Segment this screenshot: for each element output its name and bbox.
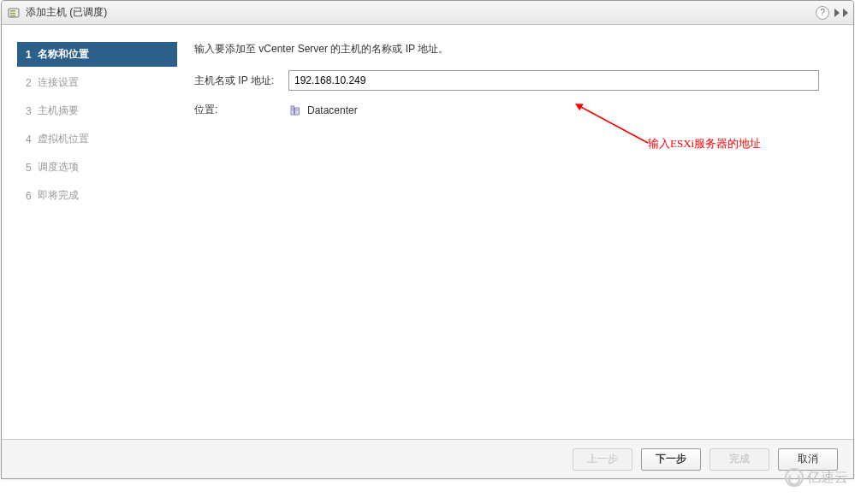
add-host-dialog: 添加主机 (已调度) ? 1 名称和位置 2 连接设置 3 主机摘要 4 虚拟机…	[1, 0, 854, 479]
svg-rect-3	[10, 15, 15, 17]
hostname-label: 主机名或 IP 地址:	[194, 74, 288, 88]
instruction-text: 输入要添加至 vCenter Server 的主机的名称或 IP 地址。	[194, 42, 836, 56]
step-label: 即将完成	[38, 188, 79, 203]
wizard-content: 输入要添加至 vCenter Server 的主机的名称或 IP 地址。 主机名…	[186, 25, 853, 439]
step-label: 主机摘要	[38, 104, 79, 118]
step-ready-complete: 6 即将完成	[17, 183, 177, 208]
svg-rect-1	[10, 10, 15, 12]
expand-icon[interactable]	[834, 9, 840, 17]
step-name-location[interactable]: 1 名称和位置	[17, 42, 177, 67]
location-row: 位置: Datacenter	[194, 103, 836, 117]
svg-rect-7	[292, 110, 294, 110]
wizard-sidebar: 1 名称和位置 2 连接设置 3 主机摘要 4 虚拟机位置 5 调度选项 6 即…	[2, 25, 186, 439]
annotation-text: 输入ESXi服务器的地址	[648, 136, 761, 151]
svg-rect-8	[296, 110, 297, 110]
step-connection: 2 连接设置	[17, 70, 177, 95]
dialog-footer: 上一步 下一步 完成 取消	[2, 439, 853, 478]
watermark: 亿速云	[785, 468, 848, 487]
step-schedule-options: 5 调度选项	[17, 155, 177, 180]
step-label: 连接设置	[38, 75, 79, 90]
svg-rect-2	[10, 13, 15, 15]
step-label: 名称和位置	[38, 47, 89, 62]
location-label: 位置:	[194, 103, 288, 117]
step-host-summary: 3 主机摘要	[17, 98, 177, 123]
help-icon[interactable]: ?	[816, 6, 829, 20]
watermark-logo-icon	[785, 468, 804, 487]
finish-button: 完成	[710, 448, 769, 471]
step-vm-location: 4 虚拟机位置	[17, 127, 177, 151]
location-text: Datacenter	[307, 104, 358, 116]
hostname-input[interactable]	[288, 70, 819, 91]
cancel-button[interactable]: 取消	[778, 448, 838, 471]
datacenter-icon	[288, 104, 302, 117]
back-button: 上一步	[573, 448, 632, 471]
svg-rect-9	[297, 110, 298, 110]
svg-rect-5	[295, 108, 300, 115]
svg-rect-6	[292, 108, 294, 109]
dialog-title: 添加主机 (已调度)	[26, 5, 107, 20]
hostname-row: 主机名或 IP 地址:	[194, 70, 836, 91]
next-button[interactable]: 下一步	[641, 448, 701, 471]
step-label: 调度选项	[38, 160, 79, 175]
dialog-titlebar: 添加主机 (已调度) ?	[2, 1, 853, 25]
watermark-text: 亿速云	[807, 469, 848, 487]
expand-icon-2[interactable]	[843, 9, 848, 17]
location-value: Datacenter	[288, 104, 358, 117]
step-label: 虚拟机位置	[38, 132, 89, 146]
host-icon	[7, 6, 21, 20]
dialog-body: 1 名称和位置 2 连接设置 3 主机摘要 4 虚拟机位置 5 调度选项 6 即…	[2, 25, 853, 439]
